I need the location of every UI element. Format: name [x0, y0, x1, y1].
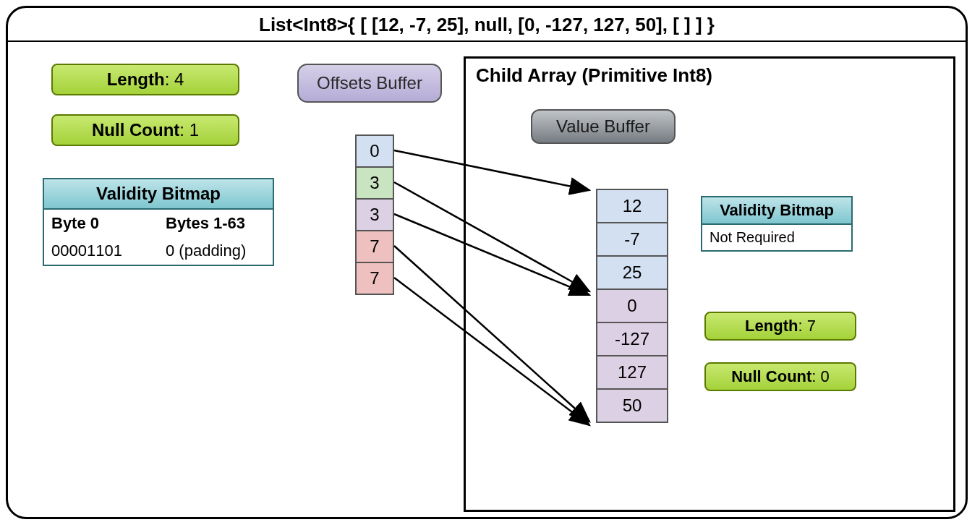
child-array-box: Child Array (Primitive Int8) Value Buffe… — [464, 56, 955, 512]
child-length-value: : 7 — [798, 317, 815, 335]
offset-cell: 3 — [355, 166, 394, 200]
child-length-pill: Length : 7 — [704, 312, 856, 341]
diagram-content: Length : 4 Null Count : 1 Validity Bitma… — [8, 42, 966, 515]
parent-length-value: : 4 — [165, 69, 184, 90]
parent-validity-bytes1-hdr: Bytes 1-63 — [158, 210, 273, 237]
parent-validity-byte0-val: 00001101 — [44, 237, 158, 265]
value-cell: 25 — [596, 255, 668, 290]
child-null-value: : 0 — [811, 367, 829, 386]
child-null-label: Null Count — [731, 367, 811, 386]
value-cell: -127 — [596, 322, 668, 356]
parent-validity-table: Validity Bitmap Byte 0 Bytes 1-63 000011… — [43, 178, 274, 266]
value-cell: 50 — [596, 388, 668, 423]
value-buffer-title: Value Buffer — [531, 109, 676, 144]
child-validity-box: Validity Bitmap Not Required — [701, 196, 853, 252]
parent-nullcount-pill: Null Count : 1 — [51, 114, 239, 146]
offsets-buffer-title: Offsets Buffer — [297, 64, 442, 103]
offset-cell: 3 — [355, 198, 394, 231]
child-nullcount-pill: Null Count : 0 — [704, 362, 856, 391]
parent-validity-byte0-hdr: Byte 0 — [44, 210, 158, 237]
parent-validity-value-row: 00001101 0 (padding) — [44, 237, 273, 265]
diagram-title: List<Int8>{ [ [12, -7, 25], null, [0, -1… — [8, 8, 966, 42]
parent-validity-header-row: Byte 0 Bytes 1-63 — [44, 210, 273, 237]
parent-length-pill: Length : 4 — [51, 64, 239, 95]
offset-cell: 0 — [355, 134, 394, 168]
parent-length-label: Length — [107, 69, 165, 90]
value-cell: 12 — [596, 189, 668, 223]
parent-validity-bytes1-val: 0 (padding) — [158, 237, 273, 265]
offsets-stack: 0 3 3 7 7 — [355, 134, 394, 295]
parent-null-label: Null Count — [92, 120, 179, 140]
value-cell: 127 — [596, 355, 668, 390]
child-validity-title: Validity Bitmap — [702, 197, 851, 225]
offset-cell: 7 — [355, 230, 394, 263]
value-cell: 0 — [596, 288, 668, 323]
value-cell: -7 — [596, 222, 668, 257]
diagram-outer: List<Int8>{ [ [12, -7, 25], null, [0, -1… — [6, 6, 968, 519]
child-array-title: Child Array (Primitive Int8) — [466, 59, 953, 93]
child-length-label: Length — [745, 317, 798, 335]
parent-null-value: : 1 — [179, 120, 199, 140]
parent-validity-title: Validity Bitmap — [44, 179, 273, 210]
offset-cell: 7 — [355, 262, 394, 295]
child-validity-body: Not Required — [702, 225, 851, 250]
value-buffer-stack: 12 -7 25 0 -127 127 50 — [596, 189, 668, 423]
